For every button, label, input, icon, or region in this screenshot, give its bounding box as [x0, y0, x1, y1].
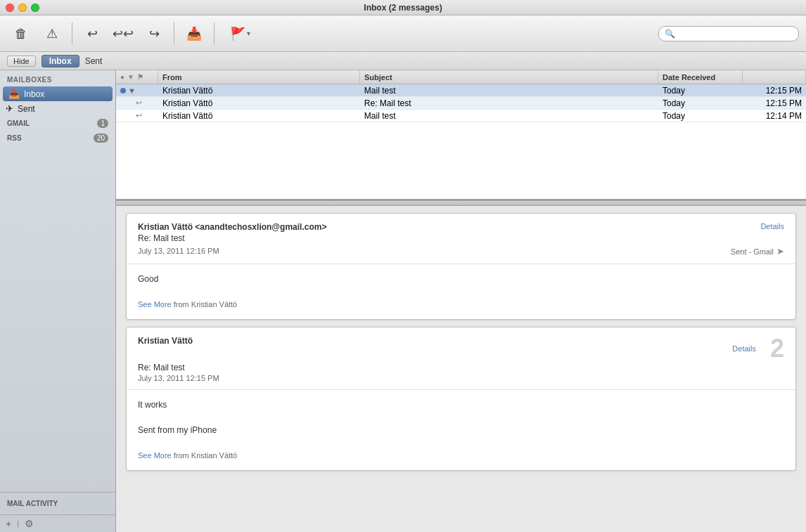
junk-icon: ⚠	[46, 27, 58, 40]
row-subject-2: Re: Mail test	[360, 97, 658, 109]
window-title: Inbox (2 messages)	[364, 3, 442, 13]
header-thread: ▼	[127, 73, 134, 81]
row-time-3: 12:14 PM	[743, 110, 806, 122]
see-more-suffix-2: from Kristian Vättö	[172, 451, 238, 460]
rss-label: RSS	[7, 134, 94, 142]
search-icon: 🔍	[665, 29, 675, 39]
delete-button[interactable]: 🗑	[7, 19, 35, 48]
settings-button[interactable]: ⚙	[25, 518, 34, 529]
row-icons-1: ▼	[116, 84, 158, 96]
header-subject: Subject	[360, 70, 658, 84]
archive-icon: 📥	[186, 27, 202, 40]
breadcrumb-bar: Hide Inbox Sent	[0, 52, 806, 70]
sent-icon: ✈	[6, 103, 13, 114]
header-flag-col: ⚑	[137, 73, 143, 81]
row-icons-3: ↩	[116, 110, 158, 122]
header-time	[743, 70, 806, 84]
gmail-label: GMAIL	[7, 119, 97, 127]
add-mailbox-button[interactable]: +	[6, 518, 11, 529]
close-button[interactable]	[6, 4, 14, 12]
replied-icon: ↩	[136, 98, 142, 108]
inbox-tab[interactable]: Inbox	[41, 55, 79, 67]
reply-all-icon: ↩↩	[113, 27, 134, 40]
email-header-top-1: Kristian Vättö <anandtechosxlion@gmail.c…	[138, 222, 784, 232]
row-from-3: Kristian Vättö	[158, 110, 360, 122]
email-subject-1: Re: Mail test	[138, 233, 784, 243]
search-input[interactable]	[678, 29, 793, 39]
email-card-2-header: Kristian Vättö Details 2 Re: Mail test J…	[127, 327, 795, 390]
header-dot: ●	[120, 73, 124, 81]
row-subject-3: Mail test	[360, 110, 658, 122]
see-more-link-2[interactable]: See More	[138, 451, 172, 460]
gmail-section[interactable]: GMAIL 1	[0, 116, 115, 131]
thread-collapse-icon: ▼	[128, 86, 136, 95]
unread-dot	[120, 88, 126, 93]
no-dot	[120, 100, 126, 106]
inbox-icon: 📥	[8, 89, 20, 99]
row-from-1: Kristian Vättö	[158, 84, 360, 96]
see-more-suffix-1: from Kristian Vättö	[172, 300, 238, 309]
toolbar-separator-1	[72, 22, 72, 45]
minimize-button[interactable]	[18, 4, 27, 12]
email-card-1-header: Kristian Vättö <anandtechosxlion@gmail.c…	[127, 214, 795, 264]
rss-badge: 20	[94, 134, 108, 143]
header-from: From	[158, 70, 360, 84]
reply-button[interactable]: ↩	[78, 19, 106, 48]
email-body-1: Good See More from Kristian Vättö	[127, 264, 795, 319]
table-row[interactable]: ↩ Kristian Vättö Re: Mail test Today 12:…	[116, 97, 806, 110]
header-icons: ● ▼ ⚑	[116, 70, 158, 84]
see-more-link-1[interactable]: See More	[138, 300, 172, 309]
replied-icon-2: ↩	[136, 111, 142, 120]
send-arrow-icon: ➤	[776, 246, 784, 257]
resize-handle[interactable]: · · · · · ·	[116, 200, 806, 206]
maximize-button[interactable]	[31, 4, 39, 12]
email-body-line2-2: Sent from my iPhone	[138, 424, 784, 436]
flag-button[interactable]: 🚩 ▾	[220, 19, 260, 48]
details-link-2[interactable]: Details	[732, 344, 756, 353]
reply-icon: ↩	[87, 27, 98, 40]
gmail-badge: 1	[97, 119, 108, 128]
rss-section[interactable]: RSS 20	[0, 131, 115, 145]
flag-dropdown-arrow: ▾	[247, 30, 250, 37]
sidebar-footer-separator: |	[17, 519, 19, 528]
details-link-1[interactable]: Details	[760, 222, 784, 231]
email-badge-2: 2	[770, 336, 784, 361]
preview-area: Kristian Vättö <anandtechosxlion@gmail.c…	[116, 206, 806, 532]
sidebar-item-sent[interactable]: ✈ Sent	[0, 101, 115, 116]
junk-button[interactable]: ⚠	[38, 19, 66, 48]
toolbar-separator-2	[174, 22, 174, 45]
email-card-1: Kristian Vättö <anandtechosxlion@gmail.c…	[126, 213, 796, 320]
row-subject-1: Mail test	[360, 84, 658, 96]
mail-activity-label: MAIL ACTIVITY	[0, 497, 115, 510]
row-icons-2: ↩	[116, 97, 158, 109]
flag-icon: 🚩	[230, 26, 245, 41]
no-dot	[120, 113, 126, 119]
email-body-2: It works Sent from my iPhone See More fr…	[127, 390, 795, 470]
toolbar: 🗑 ⚠ ↩ ↩↩ ↪ 📥 🚩 ▾ 🔍	[0, 15, 806, 52]
toolbar-separator-3	[214, 22, 215, 45]
sidebar: MAILBOXES 📥 Inbox ✈ Sent GMAIL 1 RSS 20 …	[0, 70, 116, 532]
reply-all-button[interactable]: ↩↩	[109, 19, 137, 48]
sidebar-bottom: MAIL ACTIVITY	[0, 492, 115, 514]
row-from-2: Kristian Vättö	[158, 97, 360, 109]
row-date-3: Today	[658, 110, 743, 122]
email-body-line1-2: It works	[138, 398, 784, 411]
message-list: ● ▼ ⚑ From Subject Date Received ▼ Krist…	[116, 70, 806, 200]
email-sender-1: Kristian Vättö <anandtechosxlion@gmail.c…	[138, 222, 326, 232]
row-date-1: Today	[658, 84, 743, 96]
sent-info-text-1: Sent - Gmail	[731, 247, 774, 256]
sidebar-item-inbox[interactable]: 📥 Inbox	[3, 86, 113, 101]
table-row[interactable]: ↩ Kristian Vättö Mail test Today 12:14 P…	[116, 110, 806, 122]
row-time-1: 12:15 PM	[743, 84, 806, 96]
hide-button[interactable]: Hide	[7, 56, 36, 67]
email-sent-info-1: Sent - Gmail ➤	[731, 246, 784, 257]
forward-button[interactable]: ↪	[140, 19, 168, 48]
email-body-text-1: Good	[138, 273, 784, 285]
sent-tab[interactable]: Sent	[85, 56, 103, 66]
table-row[interactable]: ▼ Kristian Vättö Mail test Today 12:15 P…	[116, 84, 806, 97]
email-date-2: July 13, 2011 12:15 PM	[138, 374, 784, 382]
message-list-header: ● ▼ ⚑ From Subject Date Received	[116, 70, 806, 84]
email-subject-2: Re: Mail test	[138, 363, 784, 372]
email-header-top-2: Kristian Vättö Details 2	[138, 336, 784, 361]
archive-button[interactable]: 📥	[180, 19, 208, 48]
